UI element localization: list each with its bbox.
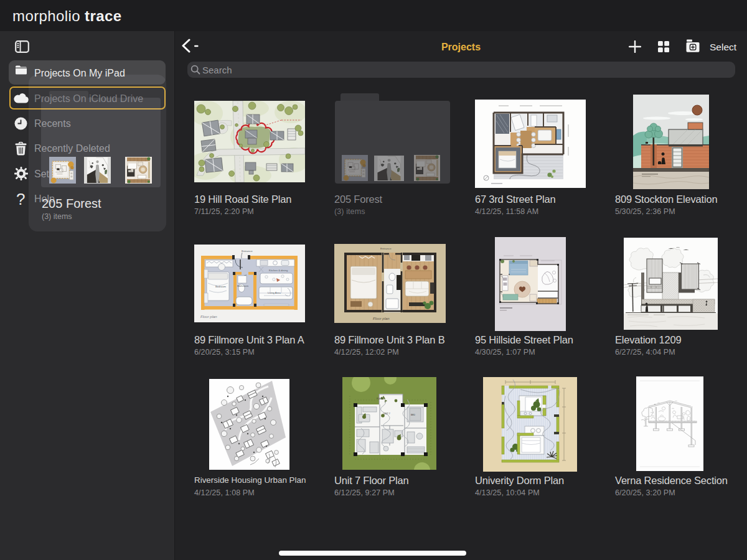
svg-text:Kitchen & dining: Kitchen & dining [269,269,288,272]
svg-text:Bedroom: Bedroom [215,285,227,288]
svg-text:Floor plan: Floor plan [200,315,217,319]
svg-text:BED: BED [411,414,416,416]
svg-text:Floor plan: Floor plan [373,317,390,320]
svg-text:UNIT 7: UNIT 7 [383,413,390,415]
svg-text:Entrance: Entrance [242,250,253,253]
svg-text:Entrance: Entrance [380,247,392,250]
svg-text:PLAN: PLAN [377,398,382,400]
svg-text:Bathroom: Bathroom [237,284,249,287]
svg-text:Living Area: Living Area [268,291,281,294]
